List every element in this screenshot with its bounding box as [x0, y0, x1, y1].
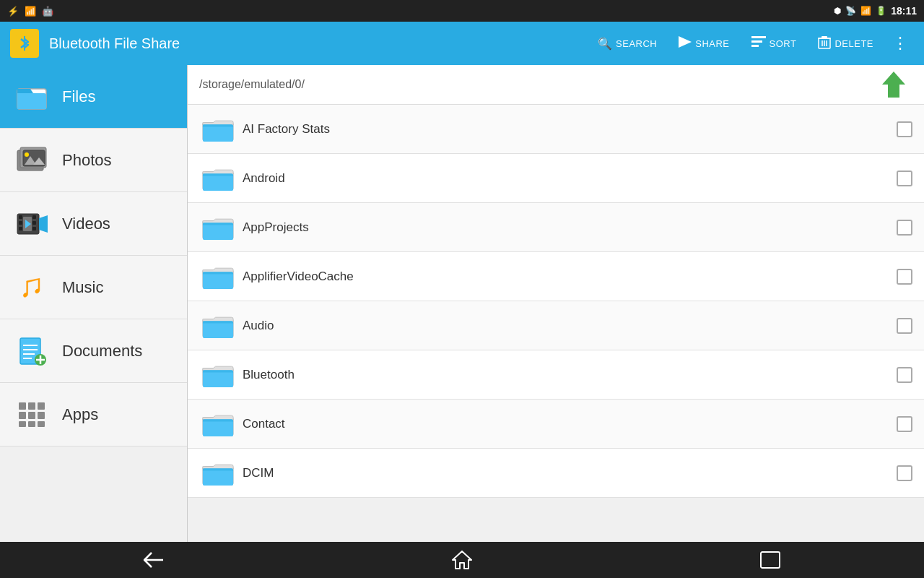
recents-button[interactable]	[745, 545, 796, 575]
svg-point-20	[25, 152, 29, 157]
svg-rect-60	[203, 370, 233, 387]
sidebar-item-music[interactable]: Music	[0, 256, 187, 319]
status-bar: ⚡ 📶 🤖 ⬢ 📡 📶 🔋 18:11	[0, 0, 924, 22]
sort-button[interactable]: SORT	[743, 32, 806, 55]
sidebar-item-videos[interactable]: Videos	[0, 192, 187, 256]
folder-icon	[202, 165, 234, 191]
svg-rect-50	[203, 124, 233, 142]
svg-rect-58	[203, 321, 233, 338]
svg-rect-64	[203, 468, 233, 486]
folder-icon	[202, 215, 234, 241]
current-path: /storage/emulated/0/	[199, 78, 305, 91]
svg-rect-40	[28, 402, 35, 410]
share-action-icon	[679, 36, 692, 51]
more-options-button[interactable]: ⋮	[886, 31, 914, 56]
svg-rect-46	[28, 421, 35, 427]
sidebar-item-photos[interactable]: Photos	[0, 129, 187, 192]
svg-rect-44	[38, 412, 45, 419]
bottom-navigation	[0, 542, 924, 578]
svg-rect-39	[19, 402, 26, 410]
file-checkbox[interactable]	[897, 318, 912, 334]
svg-rect-43	[28, 412, 35, 419]
sidebar-item-files[interactable]: Files	[0, 65, 187, 129]
svg-rect-23	[19, 221, 22, 225]
svg-rect-41	[38, 402, 45, 410]
svg-rect-24	[19, 227, 22, 230]
wifi-icon: 📶	[860, 6, 871, 16]
android-icon: 🤖	[42, 6, 53, 17]
recents-icon	[759, 551, 781, 569]
folder-icon-wrap	[199, 405, 237, 443]
path-bar: /storage/emulated/0/	[188, 65, 924, 105]
table-row[interactable]: AppProjects	[188, 203, 924, 252]
app-title: Bluetooth File Share	[49, 35, 579, 52]
svg-marker-48	[882, 72, 905, 98]
home-button[interactable]	[437, 544, 487, 576]
bluetooth-logo-icon	[14, 33, 35, 53]
file-name: Audio	[243, 319, 897, 333]
sidebar: Files Photos	[0, 65, 188, 542]
table-row[interactable]: Bluetooth	[188, 350, 924, 400]
folder-icon	[202, 264, 234, 290]
svg-rect-26	[32, 221, 36, 225]
delete-button[interactable]: DELETE	[809, 30, 882, 56]
svg-rect-52	[203, 173, 233, 191]
apps-icon-wrap	[14, 397, 49, 432]
files-icon	[16, 83, 48, 111]
folder-icon	[202, 313, 234, 339]
svg-rect-27	[32, 227, 36, 230]
videos-label: Videos	[62, 215, 110, 233]
sidebar-item-apps[interactable]: Apps	[0, 383, 187, 447]
delete-action-icon	[818, 35, 831, 52]
navigate-up-button[interactable]	[875, 66, 912, 103]
folder-icon-wrap	[199, 307, 237, 345]
svg-rect-47	[38, 421, 45, 427]
table-row[interactable]: ApplifierVideoCache	[188, 252, 924, 301]
table-row[interactable]: Audio	[188, 301, 924, 350]
folder-icon	[202, 411, 234, 437]
table-row[interactable]: Android	[188, 154, 924, 203]
search-button[interactable]: 🔍 SEARCH	[589, 33, 666, 55]
photos-label: Photos	[62, 151, 112, 170]
share-button[interactable]: SHARE	[670, 32, 738, 55]
music-label: Music	[62, 278, 103, 297]
svg-marker-4	[679, 36, 692, 48]
table-row[interactable]: Contact	[188, 400, 924, 449]
svg-rect-22	[19, 215, 22, 219]
table-row[interactable]: AI Factory Stats	[188, 105, 924, 154]
main-layout: Files Photos	[0, 65, 924, 542]
table-row[interactable]: DCIM	[188, 449, 924, 498]
content-area: /storage/emulated/0/ AI Factory Stats	[188, 65, 924, 542]
folder-icon-wrap	[199, 111, 237, 148]
clock: 18:11	[891, 5, 917, 17]
file-checkbox[interactable]	[897, 171, 912, 186]
svg-marker-66	[453, 551, 471, 569]
usb-icon: ⚡	[7, 6, 19, 17]
apps-icon	[17, 401, 46, 428]
videos-icon-wrap	[14, 207, 49, 241]
file-checkbox[interactable]	[897, 367, 912, 383]
folder-icon	[202, 362, 234, 388]
file-checkbox[interactable]	[897, 220, 912, 236]
file-name: Bluetooth	[243, 368, 897, 382]
home-icon	[451, 550, 473, 570]
file-checkbox[interactable]	[897, 416, 912, 432]
sort-action-icon	[751, 36, 766, 51]
apps-label: Apps	[62, 405, 98, 424]
file-list: AI Factory Stats Android	[188, 105, 924, 542]
svg-rect-67	[761, 552, 780, 568]
back-icon	[143, 551, 165, 569]
file-checkbox[interactable]	[897, 465, 912, 481]
file-checkbox[interactable]	[897, 121, 912, 137]
sidebar-item-documents[interactable]: Documents	[0, 319, 187, 383]
svg-rect-42	[19, 412, 26, 419]
file-name: DCIM	[243, 466, 897, 480]
folder-icon	[202, 460, 234, 486]
folder-icon-wrap	[199, 209, 237, 246]
back-button[interactable]	[128, 545, 179, 574]
files-icon-wrap	[14, 79, 49, 114]
file-name: AI Factory Stats	[243, 122, 897, 137]
up-arrow-icon	[878, 69, 910, 100]
file-checkbox[interactable]	[897, 269, 912, 285]
music-icon	[16, 273, 48, 302]
